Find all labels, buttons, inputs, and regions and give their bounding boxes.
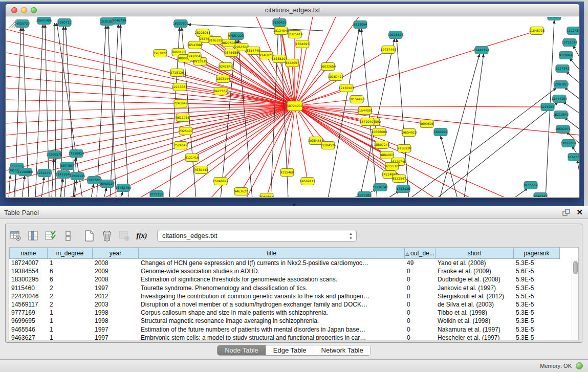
graph-node[interactable]: 17359924 [69, 150, 84, 158]
network-canvas[interactable]: 7963822896012889129352822605898275051654… [6, 17, 579, 197]
graph-node[interactable]: 19654923 [401, 129, 417, 137]
graph-node[interactable]: 16782759 [116, 184, 132, 192]
graph-node[interactable]: 14569117 [300, 178, 316, 185]
graph-node[interactable]: 8130425 [273, 19, 287, 27]
float-icon[interactable] [562, 209, 570, 216]
graph-node[interactable]: 2803144 [216, 75, 230, 83]
graph-node[interactable]: 8854749 [247, 47, 260, 55]
graph-node[interactable]: 9046739 [113, 17, 126, 25]
table-row[interactable]: 1872400712008Changes of HCN gene express… [9, 259, 578, 267]
table-row[interactable]: 1830029562008Estimation of significance … [9, 275, 578, 283]
graph-node[interactable]: 15184576 [320, 142, 336, 149]
graph-node[interactable]: 16151327 [384, 163, 400, 170]
graph-node[interactable]: 9777169 [150, 191, 164, 198]
table-row[interactable]: 946362711997Embryonic stem cells: a mode… [9, 334, 578, 340]
tab-edge-table[interactable]: Edge Table [266, 345, 314, 355]
graph-node[interactable]: 7857223 [230, 32, 244, 40]
function-builder-icon[interactable]: f(x) [135, 229, 149, 243]
delete-table-icon[interactable] [117, 229, 132, 243]
table-row[interactable]: 969969511998Structural magnetic resonanc… [9, 317, 578, 325]
table-mode-icon[interactable] [9, 229, 23, 243]
graph-node[interactable]: 7524542 [174, 142, 188, 149]
graph-node[interactable]: 9827508 [222, 39, 236, 47]
table-row[interactable]: 2242004622012Investigating the contribut… [9, 292, 578, 300]
graph-node[interactable]: 8250814 [260, 193, 274, 198]
graph-node[interactable]: 1167533 [568, 154, 579, 161]
table-row[interactable]: 1938455462009Genome-wide association stu… [9, 267, 578, 275]
graph-node[interactable]: 16447794 [474, 47, 490, 54]
graph-node[interactable]: 17016504 [561, 140, 577, 147]
graph-node[interactable]: 9129966 [559, 52, 573, 59]
graph-node[interactable]: 9046741 [534, 193, 548, 198]
graph-node[interactable]: 1831282 [358, 192, 372, 198]
graph-node[interactable]: 18724007 [287, 101, 303, 111]
graph-node[interactable]: 9242845 [219, 63, 233, 71]
graph-node[interactable]: 15751074 [562, 39, 578, 47]
graph-node[interactable]: 8522057 [286, 59, 299, 67]
column-select-icon[interactable] [43, 229, 58, 243]
column-show-icon[interactable] [26, 229, 40, 243]
graph-node[interactable]: 18807243 [374, 141, 390, 149]
graph-node[interactable]: 12160105 [339, 84, 355, 92]
network-view-window[interactable]: citations_edges.txt 79638228960128891293… [5, 4, 580, 198]
graph-node[interactable]: 8427552 [214, 87, 228, 95]
graph-node[interactable]: 19218506 [388, 31, 404, 39]
graph-node[interactable]: 11544091 [357, 107, 373, 115]
citation-network-graph[interactable]: 7963822896012889129352822605898275051654… [6, 17, 579, 197]
column-header-title[interactable]: title [139, 248, 405, 259]
graph-node[interactable]: 9756928 [398, 145, 411, 152]
new-column-icon[interactable] [82, 229, 97, 243]
graph-node[interactable]: 8522547 [393, 175, 406, 183]
delete-column-icon[interactable] [100, 229, 114, 243]
graph-node[interactable]: 15046822 [213, 178, 229, 185]
graph-node[interactable]: 12325419 [287, 31, 303, 38]
graph-node[interactable]: 7325407 [179, 127, 193, 135]
graph-node[interactable]: 16033809 [173, 20, 189, 28]
column-header-short[interactable]: short [435, 248, 514, 259]
graph-node[interactable]: 12093823 [553, 81, 569, 89]
graph-node[interactable]: 9115460 [280, 169, 294, 177]
graph-node[interactable]: 9155652 [524, 182, 538, 189]
graph-node[interactable]: 15720407 [360, 118, 376, 126]
scrollbar-thumb[interactable] [573, 261, 578, 274]
graph-node[interactable]: 9997587 [60, 162, 74, 170]
graph-node[interactable]: 16958107 [99, 180, 115, 188]
graph-node[interactable]: 2871204 [548, 17, 561, 20]
window-titlebar[interactable]: citations_edges.txt [6, 4, 579, 16]
graph-node[interactable]: 10154490 [349, 96, 365, 103]
graph-node[interactable]: 19737493 [381, 46, 397, 54]
graph-node[interactable]: 12342757 [37, 169, 53, 177]
graph-node[interactable]: 20691406 [36, 17, 52, 25]
graph-node[interactable]: 12444194 [552, 95, 568, 103]
graph-node[interactable]: 15136141 [373, 184, 388, 191]
graph-node[interactable]: 1530307 [100, 18, 114, 26]
graph-node[interactable]: 8813054 [354, 21, 367, 29]
table-panel-header[interactable]: Table Panel ✕ [0, 206, 588, 219]
graph-node[interactable]: 10167427 [328, 73, 344, 81]
graph-node[interactable]: 11156869 [17, 168, 33, 176]
graph-node[interactable]: 16210643 [553, 111, 569, 119]
graph-node[interactable]: 16543982 [187, 41, 203, 49]
graph-node[interactable]: 22420046 [187, 53, 203, 60]
graph-node[interactable]: 7340712 [58, 19, 72, 27]
graph-node[interactable]: 8186328 [209, 37, 223, 45]
column-header-name[interactable]: name [9, 248, 48, 259]
graph-node[interactable]: 1640924 [434, 128, 448, 136]
graph-node[interactable]: 1733426 [397, 185, 410, 193]
graph-node[interactable]: 7963822 [154, 50, 167, 57]
row-height-icon[interactable] [61, 229, 75, 243]
graph-node[interactable]: 7243942 [174, 100, 188, 107]
graph-node[interactable]: 20206576 [47, 151, 62, 159]
column-header-pagerank[interactable]: pagerank [514, 248, 560, 259]
graph-node[interactable]: 11548708 [529, 27, 545, 35]
tab-node-table[interactable]: Node Table [217, 345, 266, 355]
graph-node[interactable]: 9463627 [234, 188, 248, 195]
graph-node[interactable]: 9146821 [259, 52, 273, 59]
graph-node[interactable]: 7630443 [194, 166, 208, 174]
graph-node[interactable]: 15692971 [555, 125, 571, 133]
graph-node[interactable]: 9227343 [556, 65, 570, 73]
close-icon[interactable]: ✕ [576, 208, 583, 216]
graph-node[interactable]: 9875685 [225, 49, 238, 57]
graph-node[interactable]: 9121416 [185, 154, 199, 162]
graph-node[interactable]: 1864093 [296, 40, 310, 48]
